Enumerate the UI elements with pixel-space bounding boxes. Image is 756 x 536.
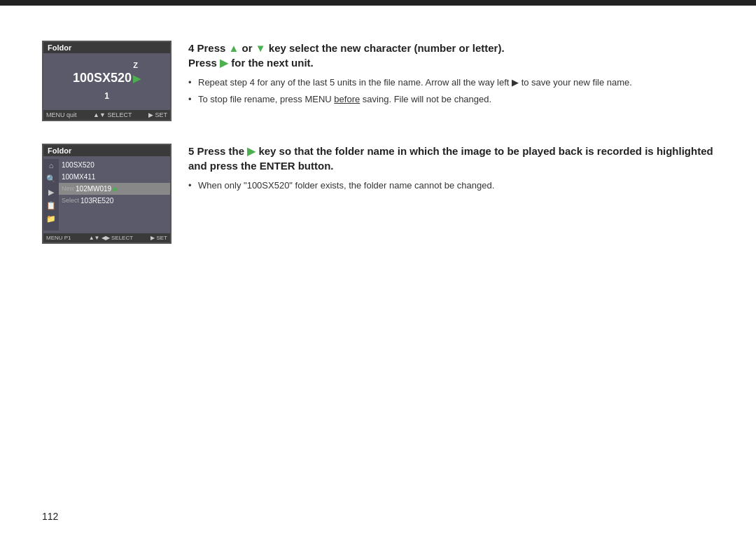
cam2-item-3-name: 102MW019	[76, 184, 111, 194]
section1-text: 4 Press ▲ or ▼ key select the new charac…	[188, 41, 714, 109]
main-content: Foldor Z 100SX520▶ 1 MENU quit ▲▼ SELECT…	[42, 21, 714, 508]
section1-arrow1: ▲	[229, 42, 239, 54]
cam2-footer: MENU P1 ▲▼ ◀▶ SELECT ▶ SET	[43, 233, 170, 242]
cam2-body: ⌂ 🔍 ▶ 📋 📁 100SX520 100MX411 New 102MW019…	[43, 156, 170, 233]
section2-heading-main: 5 Press the	[188, 145, 244, 157]
cam1-footer: MENU quit ▲▼ SELECT ▶ SET	[43, 110, 170, 120]
section2-text: 5 Press the ▶ key so that the folder nam…	[188, 144, 714, 195]
cam2-footer-mid: ▲▼ ◀▶ SELECT	[89, 235, 133, 241]
section2-row: Foldor ⌂ 🔍 ▶ 📋 📁 100SX520 100MX411 New 1…	[42, 144, 714, 244]
cam2-icon-copy: 📋	[46, 202, 56, 209]
cam2-sidebar: ⌂ 🔍 ▶ 📋 📁	[43, 159, 59, 231]
cam2-item-1: 100SX520	[59, 159, 170, 171]
cam2-footer-left: MENU P1	[46, 235, 71, 241]
cam1-arrow: ▶	[133, 73, 141, 84]
before-underline: before	[334, 94, 360, 104]
cam-screen-1: Foldor Z 100SX520▶ 1 MENU quit ▲▼ SELECT…	[42, 41, 172, 121]
bullet1-arrow: ▶	[512, 77, 519, 88]
cam1-footer-right: ▶ SET	[148, 111, 167, 118]
cam2-icon-search: 🔍	[46, 175, 56, 183]
cam2-icon-play: ▶	[48, 188, 54, 196]
cam1-body: Z 100SX520▶ 1	[43, 53, 170, 110]
section1-heading: 4 Press ▲ or ▼ key select the new charac…	[188, 41, 714, 70]
section2-heading: 5 Press the ▶ key so that the folder nam…	[188, 144, 714, 173]
section1-line2-part1: Press	[188, 57, 217, 69]
cam1-z: Z	[73, 60, 138, 70]
cam-screen-2: Foldor ⌂ 🔍 ▶ 📋 📁 100SX520 100MX411 New 1…	[42, 144, 172, 244]
cam2-item-4: Select 103RE520	[59, 195, 170, 207]
top-bar	[0, 0, 756, 6]
cam2-footer-right: ▶ SET	[150, 235, 167, 241]
section1-row: Foldor Z 100SX520▶ 1 MENU quit ▲▼ SELECT…	[42, 41, 714, 121]
section2-bullet1: When only "100SX520" folder exists, the …	[188, 179, 714, 193]
cam1-filename: Z 100SX520▶ 1	[73, 60, 141, 103]
section1-bullet2: To stop file rename, press MENU before s…	[188, 92, 714, 106]
cam2-item-2: 100MX411	[59, 171, 170, 183]
cam1-footer-mid: ▲▼ SELECT	[93, 111, 132, 118]
cam2-label-new: New	[62, 184, 74, 194]
section1-heading-part3: key select the new character (number or …	[269, 42, 505, 54]
cam1-footer-left: MENU quit	[46, 111, 77, 118]
page-number: 112	[42, 511, 58, 522]
section1-line2-part2: for the next unit.	[231, 57, 314, 69]
cam2-icon-folder: 📁	[46, 215, 56, 223]
section2-bullets: When only "100SX520" folder exists, the …	[188, 179, 714, 193]
cam2-item-4-name: 103RE520	[80, 195, 113, 206]
cam2-item-3-arrow: ▶	[113, 184, 118, 194]
cam2-item-3: New 102MW019 ▶	[59, 183, 170, 195]
section2-heading-rest: key so that the folder name in which the…	[188, 145, 713, 172]
section1-bullet1: Repeat step 4 for any of the last 5 unit…	[188, 76, 714, 90]
section1-heading-part1: 4 Press	[188, 42, 225, 54]
cam2-list: 100SX520 100MX411 New 102MW019 ▶ Select …	[59, 159, 170, 231]
cam2-header: Foldor	[43, 145, 170, 156]
section1-arrow2: ▼	[255, 42, 266, 54]
section1-or: or	[242, 42, 253, 54]
section2-arrow: ▶	[247, 145, 255, 157]
section1-arrow3: ▶	[220, 57, 228, 69]
cam1-num: 1	[104, 91, 109, 101]
cam2-icon-home: ⌂	[49, 162, 54, 170]
cam1-header: Foldor	[43, 42, 170, 53]
section1-bullets: Repeat step 4 for any of the last 5 unit…	[188, 76, 714, 106]
cam2-label-select: Select	[62, 196, 79, 206]
cam1-name: 100SX520	[73, 71, 132, 85]
